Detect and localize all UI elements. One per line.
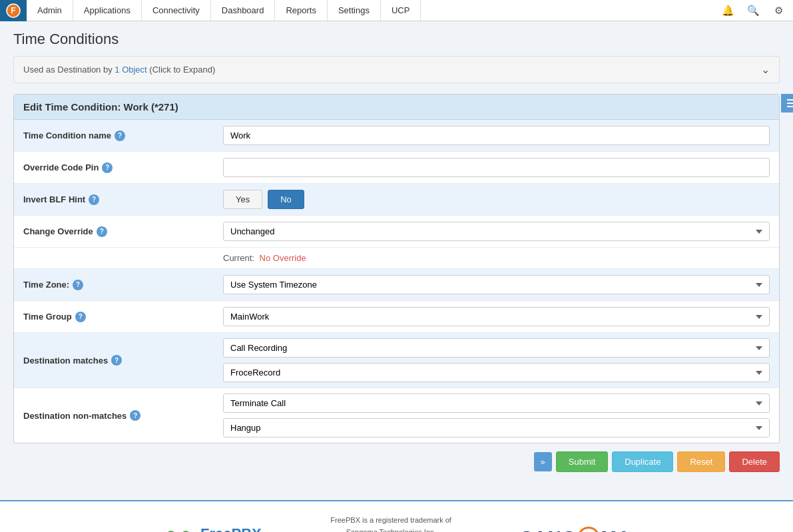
invert-help-icon[interactable]: ?	[89, 194, 99, 205]
frog-icon	[162, 520, 195, 532]
nav-dashboard[interactable]: Dashboard	[211, 0, 276, 21]
nav-items: Admin Applications Connectivity Dashboar…	[27, 0, 716, 21]
timegroup-label: Time Group ?	[14, 305, 214, 329]
name-label: Time Condition name ?	[14, 124, 214, 148]
timezone-select-wrapper: Use System Timezone	[223, 275, 770, 294]
sangoma-star-icon: ✱	[577, 527, 600, 532]
form-row-dest-nonmatches: Destination non-matches ? Terminate Call…	[14, 388, 779, 443]
nav-icons: 🔔 🔍 ⚙	[716, 0, 793, 21]
nav-settings[interactable]: Settings	[328, 0, 381, 21]
form-body: Time Condition name ? Override Code Pin …	[14, 120, 779, 443]
change-override-help-icon[interactable]: ?	[97, 226, 107, 237]
name-help-icon[interactable]: ?	[115, 131, 125, 141]
invert-no-button[interactable]: No	[268, 190, 304, 209]
change-override-control: Unchanged	[214, 216, 779, 246]
current-status-value: No Override	[260, 253, 306, 263]
override-label: Override Code Pin ?	[14, 156, 214, 180]
search-icon[interactable]: 🔍	[741, 0, 765, 21]
reset-button[interactable]: Reset	[677, 451, 725, 472]
timezone-control: Use System Timezone	[214, 270, 779, 300]
dest-matches-type-wrapper: Call Recording	[223, 338, 770, 358]
dest-nonmatches-label: Destination non-matches ?	[14, 403, 214, 427]
dest-matches-type-select[interactable]: Call Recording	[223, 338, 770, 358]
nav-ucp[interactable]: UCP	[381, 0, 421, 21]
change-override-label: Change Override ?	[14, 220, 214, 244]
timezone-label: Time Zone: ?	[14, 273, 214, 297]
invert-control: Yes No	[214, 184, 779, 214]
form-row-override: Override Code Pin ?	[14, 152, 779, 184]
timegroup-help-icon[interactable]: ?	[75, 312, 86, 322]
form-actions: » Submit Duplicate Reset Delete	[13, 443, 780, 480]
dest-matches-sub-wrapper: FroceRecord	[223, 363, 770, 382]
override-control	[214, 152, 779, 182]
name-control	[214, 121, 779, 150]
nav-applications[interactable]: Applications	[73, 0, 142, 21]
form-row-timegroup: Time Group ? MainWork	[14, 301, 779, 333]
settings-icon[interactable]: ⚙	[766, 0, 790, 21]
timegroup-control: MainWork	[214, 302, 779, 332]
freepbx-logo: FreePBX let freedom ring™	[162, 520, 262, 532]
dest-nonmatches-sub-select[interactable]: Hangup	[223, 418, 770, 437]
destination-count[interactable]: 1 Object	[115, 65, 146, 75]
form-row-name: Time Condition name ?	[14, 120, 779, 152]
form-row-invert: Invert BLF Hint ? Yes No	[14, 184, 779, 216]
change-override-select[interactable]: Unchanged	[223, 222, 770, 241]
timezone-select[interactable]: Use System Timezone	[223, 275, 770, 294]
nav-connectivity[interactable]: Connectivity	[142, 0, 211, 21]
page-content: Time Conditions Used as Destination by 1…	[0, 21, 793, 489]
dest-nonmatches-type-select[interactable]: Terminate Call	[223, 394, 770, 413]
destination-banner[interactable]: Used as Destination by 1 Object (Click t…	[13, 56, 780, 83]
dest-matches-control: Call Recording FroceRecord	[214, 333, 779, 388]
side-list-button[interactable]	[781, 94, 793, 113]
freepbx-brand: FreePBX	[200, 525, 262, 532]
dest-matches-label: Destination matches ?	[14, 348, 214, 372]
dest-nonmatches-type-wrapper: Terminate Call	[223, 394, 770, 413]
override-help-icon[interactable]: ?	[102, 162, 113, 173]
change-override-select-wrapper: Unchanged	[223, 222, 770, 241]
form-row-dest-matches: Destination matches ? Call Recording Fro…	[14, 333, 779, 388]
top-navigation: F Admin Applications Connectivity Dashbo…	[0, 0, 793, 21]
dest-nonmatches-control: Terminate Call Hangup	[214, 388, 779, 443]
dest-matches-help-icon[interactable]: ?	[111, 355, 122, 366]
invert-label: Invert BLF Hint ?	[14, 188, 214, 212]
page-footer: FreePBX let freedom ring™ FreePBX is a r…	[0, 500, 793, 532]
current-status-row: Current: No Override	[14, 248, 779, 269]
form-row-timezone: Time Zone: ? Use System Timezone	[14, 269, 779, 301]
notifications-icon[interactable]: 🔔	[716, 0, 740, 21]
expand-chevron-icon[interactable]: ⌄	[761, 63, 770, 76]
form-row-change-override: Change Override ? Unchanged	[14, 216, 779, 248]
form-card: Edit Time Condition: Work (*271) Time Co…	[13, 94, 780, 443]
page-title: Time Conditions	[13, 31, 780, 48]
invert-yes-button[interactable]: Yes	[223, 190, 262, 209]
sangoma-logo: SANG ✱ MA	[520, 527, 631, 532]
override-input[interactable]	[223, 158, 770, 177]
duplicate-button[interactable]: Duplicate	[612, 451, 673, 472]
logo: F	[0, 0, 27, 21]
form-card-header: Edit Time Condition: Work (*271)	[14, 95, 779, 120]
submit-button[interactable]: Submit	[556, 451, 608, 472]
dest-matches-sub-select[interactable]: FroceRecord	[223, 363, 770, 382]
dest-nonmatches-sub-wrapper: Hangup	[223, 418, 770, 437]
timegroup-select[interactable]: MainWork	[223, 307, 770, 326]
name-input[interactable]	[223, 126, 770, 145]
delete-button[interactable]: Delete	[729, 451, 780, 472]
nav-reports[interactable]: Reports	[275, 0, 328, 21]
svg-text:F: F	[11, 6, 15, 15]
destination-text: Used as Destination by 1 Object (Click t…	[23, 65, 215, 75]
timegroup-select-wrapper: MainWork	[223, 307, 770, 326]
footer-license-text: FreePBX is a registered trademark of San…	[315, 515, 467, 532]
timezone-help-icon[interactable]: ?	[73, 280, 83, 290]
dest-nonmatches-help-icon[interactable]: ?	[130, 410, 140, 421]
collapse-button[interactable]: »	[534, 452, 552, 471]
nav-admin[interactable]: Admin	[27, 0, 73, 21]
